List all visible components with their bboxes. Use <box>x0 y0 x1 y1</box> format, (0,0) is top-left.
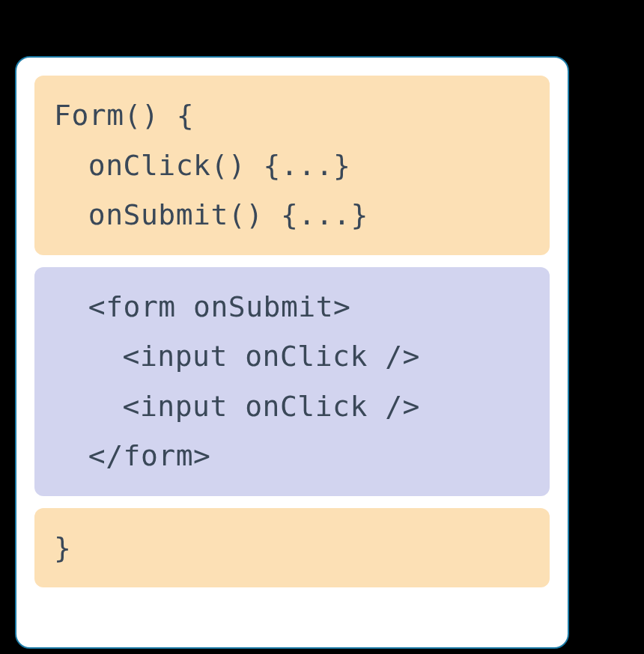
code-line: Form() { <box>54 91 530 141</box>
code-block-jsx: <form onSubmit> <input onClick /> <input… <box>34 267 550 496</box>
code-line: <form onSubmit> <box>54 282 530 332</box>
code-line: } <box>54 523 530 573</box>
code-block-js-bottom: } <box>34 508 550 588</box>
code-line: </form> <box>54 431 530 481</box>
code-diagram-card: Form() { onClick() {...} onSubmit() {...… <box>15 56 569 649</box>
code-line: <input onClick /> <box>54 382 530 432</box>
code-line: onClick() {...} <box>54 141 530 191</box>
code-line: <input onClick /> <box>54 331 530 382</box>
code-block-js-top: Form() { onClick() {...} onSubmit() {...… <box>34 76 550 255</box>
code-line: onSubmit() {...} <box>54 190 530 240</box>
